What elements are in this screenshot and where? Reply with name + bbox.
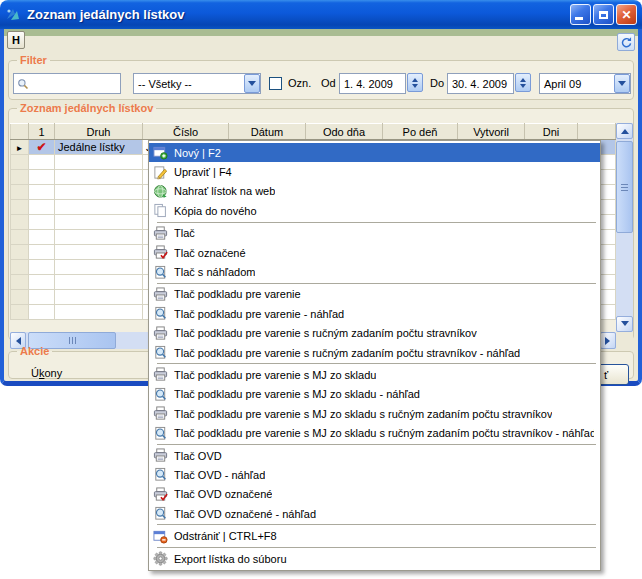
menu-item-label: Export lístka do súboru	[174, 553, 287, 565]
type-select[interactable]: -- Všetky --	[133, 73, 261, 94]
context-menu-item[interactable]: Tlač OVD označené	[149, 485, 600, 504]
context-menu-item[interactable]: Odstrániť | CTRL+F8	[149, 526, 600, 545]
globe-icon	[152, 183, 169, 199]
context-menu-item[interactable]: Tlač podkladu pre varenie s MJ zo skladu…	[149, 385, 600, 404]
context-menu-item[interactable]: Tlač podkladu pre varenie - náhľad	[149, 304, 600, 323]
close-icon: ✕	[621, 9, 631, 21]
grid-header-row[interactable]: 1DruhČísloDátumOdo dňaPo deňVytvorilDni	[11, 124, 616, 140]
menu-item-label: Tlač podkladu pre varenie s ručným zadan…	[174, 327, 477, 339]
spin-up-icon	[520, 75, 526, 82]
date-to-spinner[interactable]	[515, 73, 531, 92]
context-menu-item[interactable]: Upraviť | F4	[149, 162, 600, 181]
printer-icon	[152, 367, 169, 383]
context-menu-item[interactable]: Nahrať lístok na web	[149, 182, 600, 201]
context-menu-item[interactable]: Tlač podkladu pre varenie s ručným zadan…	[149, 343, 600, 362]
column-header[interactable]: Dátum	[229, 124, 306, 140]
h-button[interactable]: H	[7, 31, 25, 49]
arrow-right-icon	[605, 337, 614, 345]
window-title: Zoznam jedálnych lístkov	[27, 7, 570, 22]
menu-item-label: Tlač podkladu pre varenie	[174, 288, 301, 300]
refresh-button[interactable]	[617, 33, 635, 51]
printer-marked-icon	[152, 486, 169, 502]
maximize-icon	[599, 11, 608, 19]
filter-group-label: Filter	[17, 54, 50, 66]
month-select-value: April 09	[540, 78, 614, 90]
preview-icon	[152, 345, 169, 361]
column-header[interactable]: 1	[29, 124, 55, 140]
date-to-field[interactable]: 30. 4. 2009	[447, 73, 514, 94]
date-from-value: 1. 4. 2009	[344, 78, 393, 90]
gear-icon	[152, 551, 169, 567]
context-menu-item[interactable]: Tlač	[149, 224, 600, 243]
column-header[interactable]: Odo dňa	[306, 124, 383, 140]
search-field[interactable]	[13, 73, 121, 94]
preview-icon	[152, 467, 169, 483]
column-header[interactable]: Po deň	[383, 124, 458, 140]
context-menu-item[interactable]: Tlač OVD označené - náhľad	[149, 504, 600, 523]
preview-icon	[152, 306, 169, 322]
arrow-left-icon	[12, 337, 21, 345]
date-from-spinner[interactable]	[407, 73, 423, 92]
cell-druh: Jedálne lístky	[55, 140, 143, 155]
ozn-checkbox[interactable]	[269, 77, 282, 90]
scroll-down-button[interactable]	[616, 316, 633, 332]
chevron-down-icon[interactable]	[614, 74, 630, 93]
context-menu-item[interactable]: Export lístka do súboru	[149, 549, 600, 568]
column-header[interactable]: Číslo	[143, 124, 229, 140]
delete-form-icon	[152, 528, 169, 544]
menu-item-label: Tlač OVD označené - náhľad	[174, 508, 316, 520]
preview-icon	[152, 264, 169, 280]
column-header[interactable]: Vytvoril	[458, 124, 525, 140]
context-menu-item[interactable]: Tlač podkladu pre varenie s ručným zadan…	[149, 324, 600, 343]
column-header[interactable]	[11, 124, 29, 140]
menu-item-label: Kópia do nového	[174, 205, 257, 217]
column-header[interactable]: Dni	[525, 124, 578, 140]
row-marker-icon: ►	[16, 144, 24, 153]
context-menu-item[interactable]: Tlač s náhľadom	[149, 262, 600, 281]
copy-icon	[152, 203, 169, 219]
type-select-value: -- Všetky --	[134, 78, 244, 90]
ozn-label: Ozn.	[288, 77, 311, 89]
spin-down-icon	[520, 84, 526, 91]
context-menu-item[interactable]: Tlač podkladu pre varenie s MJ zo skladu…	[149, 404, 600, 423]
menu-item-label: Tlač označené	[174, 247, 246, 259]
context-menu-item[interactable]: Tlač OVD	[149, 446, 600, 465]
menu-item-label: Tlač OVD - náhľad	[174, 469, 265, 481]
menu-item-label: Tlač podkladu pre varenie - náhľad	[174, 308, 344, 320]
menu-item-label: Odstrániť | CTRL+F8	[174, 530, 277, 542]
refresh-icon	[620, 36, 633, 49]
spin-down-icon	[412, 84, 418, 91]
context-menu-item[interactable]: Tlač OVD - náhľad	[149, 465, 600, 484]
chevron-down-icon[interactable]	[244, 74, 260, 93]
column-header[interactable]	[578, 124, 616, 140]
context-menu: Nový | F2Upraviť | F4Nahrať lístok na we…	[148, 140, 601, 571]
context-menu-item[interactable]: Nový | F2	[149, 143, 600, 162]
menu-item-label: Upraviť | F4	[174, 166, 232, 178]
ukony-label[interactable]: Úkony	[31, 367, 62, 379]
close-button[interactable]: ✕	[616, 4, 637, 25]
preview-icon	[152, 506, 169, 522]
date-from-field[interactable]: 1. 4. 2009	[339, 73, 406, 94]
context-menu-item[interactable]: Tlač označené	[149, 243, 600, 262]
edit-icon	[152, 164, 169, 180]
scroll-up-button[interactable]	[616, 123, 633, 139]
row-check-icon: ✔	[36, 140, 46, 154]
screen: Zoznam jedálnych lístkov ✕ H	[0, 0, 642, 579]
context-menu-item[interactable]: Tlač podkladu pre varenie s MJ zo skladu	[149, 365, 600, 384]
column-header[interactable]: Druh	[55, 124, 143, 140]
menu-item-label: Tlač podkladu pre varenie s MJ zo skladu…	[174, 427, 594, 439]
maximize-button[interactable]	[593, 4, 614, 25]
search-icon	[17, 78, 29, 90]
search-input[interactable]	[32, 78, 112, 90]
vertical-scroll-thumb[interactable]	[616, 141, 633, 233]
menu-item-label: Tlač podkladu pre varenie s MJ zo skladu	[174, 369, 376, 381]
vertical-scrollbar[interactable]	[616, 123, 633, 332]
actions-group-label: Akcie	[17, 345, 52, 357]
context-menu-item[interactable]: Tlač podkladu pre varenie	[149, 285, 600, 304]
context-menu-item[interactable]: Tlač podkladu pre varenie s MJ zo skladu…	[149, 423, 600, 442]
context-menu-item[interactable]: Kópia do nového	[149, 201, 600, 220]
minimize-button[interactable]	[570, 4, 591, 25]
thumb-grip	[69, 337, 76, 344]
menu-item-label: Tlač	[174, 227, 195, 239]
month-select[interactable]: April 09	[539, 73, 631, 94]
